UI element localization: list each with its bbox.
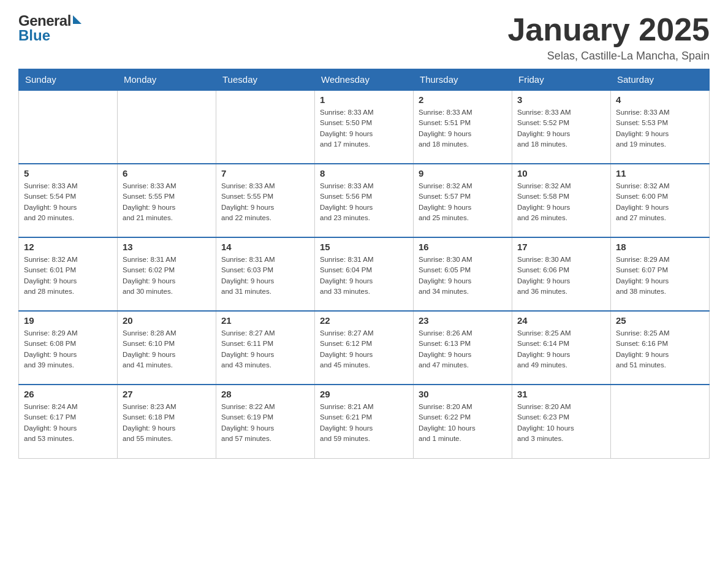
day-number: 29 bbox=[320, 389, 408, 399]
day-info: Sunrise: 8:33 AM Sunset: 5:52 PM Dayligh… bbox=[517, 107, 605, 150]
calendar-cell: 22Sunrise: 8:27 AM Sunset: 6:12 PM Dayli… bbox=[315, 311, 414, 385]
day-number: 18 bbox=[616, 242, 704, 252]
day-info: Sunrise: 8:20 AM Sunset: 6:23 PM Dayligh… bbox=[517, 402, 605, 444]
day-number: 20 bbox=[123, 315, 211, 326]
day-info: Sunrise: 8:29 AM Sunset: 6:07 PM Dayligh… bbox=[616, 255, 704, 297]
day-info: Sunrise: 8:33 AM Sunset: 5:55 PM Dayligh… bbox=[221, 181, 309, 223]
calendar-cell: 13Sunrise: 8:31 AM Sunset: 6:02 PM Dayli… bbox=[118, 237, 216, 311]
day-info: Sunrise: 8:33 AM Sunset: 5:55 PM Dayligh… bbox=[123, 181, 211, 223]
day-info: Sunrise: 8:23 AM Sunset: 6:18 PM Dayligh… bbox=[123, 402, 211, 444]
day-info: Sunrise: 8:32 AM Sunset: 6:00 PM Dayligh… bbox=[616, 181, 704, 223]
day-number: 14 bbox=[221, 242, 309, 252]
calendar-cell: 4Sunrise: 8:33 AM Sunset: 5:53 PM Daylig… bbox=[611, 90, 710, 164]
day-number: 10 bbox=[517, 168, 605, 178]
day-info: Sunrise: 8:21 AM Sunset: 6:21 PM Dayligh… bbox=[320, 402, 408, 444]
day-info: Sunrise: 8:30 AM Sunset: 6:06 PM Dayligh… bbox=[517, 255, 605, 297]
day-info: Sunrise: 8:33 AM Sunset: 5:54 PM Dayligh… bbox=[24, 181, 112, 223]
day-info: Sunrise: 8:31 AM Sunset: 6:04 PM Dayligh… bbox=[320, 255, 408, 297]
calendar-cell: 28Sunrise: 8:22 AM Sunset: 6:19 PM Dayli… bbox=[216, 385, 315, 458]
calendar-cell bbox=[118, 90, 216, 164]
day-info: Sunrise: 8:20 AM Sunset: 6:22 PM Dayligh… bbox=[419, 402, 507, 444]
calendar-cell: 2Sunrise: 8:33 AM Sunset: 5:51 PM Daylig… bbox=[414, 90, 512, 164]
calendar-cell: 25Sunrise: 8:25 AM Sunset: 6:16 PM Dayli… bbox=[611, 311, 710, 385]
day-number: 28 bbox=[221, 389, 309, 399]
page-header: General Blue January 2025 Selas, Castill… bbox=[18, 12, 710, 63]
calendar-cell: 3Sunrise: 8:33 AM Sunset: 5:52 PM Daylig… bbox=[512, 90, 611, 164]
day-number: 17 bbox=[517, 242, 605, 252]
weekday-header-sunday: Sunday bbox=[19, 69, 118, 91]
day-info: Sunrise: 8:31 AM Sunset: 6:02 PM Dayligh… bbox=[123, 255, 211, 297]
calendar-cell: 18Sunrise: 8:29 AM Sunset: 6:07 PM Dayli… bbox=[611, 237, 710, 311]
week-row-2: 5Sunrise: 8:33 AM Sunset: 5:54 PM Daylig… bbox=[19, 164, 710, 237]
calendar-cell: 20Sunrise: 8:28 AM Sunset: 6:10 PM Dayli… bbox=[118, 311, 216, 385]
calendar-cell bbox=[19, 90, 118, 164]
calendar-cell: 24Sunrise: 8:25 AM Sunset: 6:14 PM Dayli… bbox=[512, 311, 611, 385]
calendar-cell: 8Sunrise: 8:33 AM Sunset: 5:56 PM Daylig… bbox=[315, 164, 414, 237]
calendar-cell: 9Sunrise: 8:32 AM Sunset: 5:57 PM Daylig… bbox=[414, 164, 512, 237]
calendar-cell: 23Sunrise: 8:26 AM Sunset: 6:13 PM Dayli… bbox=[414, 311, 512, 385]
calendar-cell: 14Sunrise: 8:31 AM Sunset: 6:03 PM Dayli… bbox=[216, 237, 315, 311]
weekday-header-saturday: Saturday bbox=[611, 69, 710, 91]
title-area: January 2025 Selas, Castille-La Mancha, … bbox=[507, 12, 710, 63]
day-info: Sunrise: 8:33 AM Sunset: 5:51 PM Dayligh… bbox=[419, 107, 507, 150]
calendar-cell bbox=[216, 90, 315, 164]
day-number: 11 bbox=[616, 168, 704, 178]
calendar-cell: 26Sunrise: 8:24 AM Sunset: 6:17 PM Dayli… bbox=[19, 385, 118, 458]
day-number: 8 bbox=[320, 168, 408, 178]
day-number: 5 bbox=[24, 168, 112, 178]
month-title: January 2025 bbox=[507, 12, 710, 47]
calendar-cell: 6Sunrise: 8:33 AM Sunset: 5:55 PM Daylig… bbox=[118, 164, 216, 237]
calendar-cell: 30Sunrise: 8:20 AM Sunset: 6:22 PM Dayli… bbox=[414, 385, 512, 458]
calendar-cell: 12Sunrise: 8:32 AM Sunset: 6:01 PM Dayli… bbox=[19, 237, 118, 311]
week-row-5: 26Sunrise: 8:24 AM Sunset: 6:17 PM Dayli… bbox=[19, 385, 710, 458]
calendar-cell: 27Sunrise: 8:23 AM Sunset: 6:18 PM Dayli… bbox=[118, 385, 216, 458]
day-info: Sunrise: 8:33 AM Sunset: 5:50 PM Dayligh… bbox=[320, 107, 408, 150]
weekday-header-wednesday: Wednesday bbox=[315, 69, 414, 91]
day-info: Sunrise: 8:27 AM Sunset: 6:12 PM Dayligh… bbox=[320, 328, 408, 370]
day-number: 3 bbox=[517, 94, 605, 105]
logo: General Blue bbox=[18, 12, 82, 44]
day-number: 12 bbox=[24, 242, 112, 252]
weekday-header-thursday: Thursday bbox=[414, 69, 512, 91]
day-number: 23 bbox=[419, 315, 507, 326]
day-number: 6 bbox=[123, 168, 211, 178]
day-info: Sunrise: 8:25 AM Sunset: 6:16 PM Dayligh… bbox=[616, 328, 704, 370]
calendar-cell: 15Sunrise: 8:31 AM Sunset: 6:04 PM Dayli… bbox=[315, 237, 414, 311]
day-number: 26 bbox=[24, 389, 112, 399]
day-number: 15 bbox=[320, 242, 408, 252]
day-info: Sunrise: 8:32 AM Sunset: 5:57 PM Dayligh… bbox=[419, 181, 507, 223]
calendar-cell: 10Sunrise: 8:32 AM Sunset: 5:58 PM Dayli… bbox=[512, 164, 611, 237]
day-info: Sunrise: 8:33 AM Sunset: 5:53 PM Dayligh… bbox=[616, 107, 704, 150]
calendar-cell: 17Sunrise: 8:30 AM Sunset: 6:06 PM Dayli… bbox=[512, 237, 611, 311]
day-info: Sunrise: 8:31 AM Sunset: 6:03 PM Dayligh… bbox=[221, 255, 309, 297]
calendar-cell: 29Sunrise: 8:21 AM Sunset: 6:21 PM Dayli… bbox=[315, 385, 414, 458]
day-info: Sunrise: 8:25 AM Sunset: 6:14 PM Dayligh… bbox=[517, 328, 605, 370]
day-number: 31 bbox=[517, 389, 605, 399]
day-number: 1 bbox=[320, 94, 408, 105]
day-number: 24 bbox=[517, 315, 605, 326]
day-info: Sunrise: 8:26 AM Sunset: 6:13 PM Dayligh… bbox=[419, 328, 507, 370]
day-info: Sunrise: 8:22 AM Sunset: 6:19 PM Dayligh… bbox=[221, 402, 309, 444]
day-number: 25 bbox=[616, 315, 704, 326]
day-info: Sunrise: 8:27 AM Sunset: 6:11 PM Dayligh… bbox=[221, 328, 309, 370]
location-title: Selas, Castille-La Mancha, Spain bbox=[507, 50, 710, 63]
weekday-header-friday: Friday bbox=[512, 69, 611, 91]
calendar-table: SundayMondayTuesdayWednesdayThursdayFrid… bbox=[18, 69, 710, 459]
day-number: 9 bbox=[419, 168, 507, 178]
day-info: Sunrise: 8:30 AM Sunset: 6:05 PM Dayligh… bbox=[419, 255, 507, 297]
day-number: 27 bbox=[123, 389, 211, 399]
calendar-cell: 5Sunrise: 8:33 AM Sunset: 5:54 PM Daylig… bbox=[19, 164, 118, 237]
day-number: 4 bbox=[616, 94, 704, 105]
weekday-header-tuesday: Tuesday bbox=[216, 69, 315, 91]
week-row-3: 12Sunrise: 8:32 AM Sunset: 6:01 PM Dayli… bbox=[19, 237, 710, 311]
day-number: 7 bbox=[221, 168, 309, 178]
day-number: 2 bbox=[419, 94, 507, 105]
day-number: 22 bbox=[320, 315, 408, 326]
calendar-cell: 11Sunrise: 8:32 AM Sunset: 6:00 PM Dayli… bbox=[611, 164, 710, 237]
day-info: Sunrise: 8:29 AM Sunset: 6:08 PM Dayligh… bbox=[24, 328, 112, 370]
day-number: 19 bbox=[24, 315, 112, 326]
calendar-cell bbox=[611, 385, 710, 458]
day-number: 21 bbox=[221, 315, 309, 326]
calendar-cell: 21Sunrise: 8:27 AM Sunset: 6:11 PM Dayli… bbox=[216, 311, 315, 385]
day-info: Sunrise: 8:24 AM Sunset: 6:17 PM Dayligh… bbox=[24, 402, 112, 444]
